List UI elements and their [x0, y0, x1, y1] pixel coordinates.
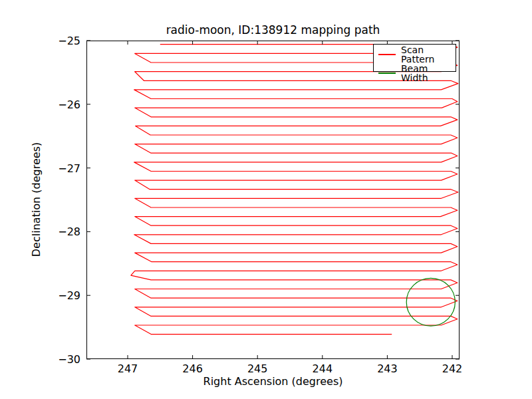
y-tick-label: −27: [58, 162, 80, 175]
y-tick-label: −25: [58, 35, 80, 47]
legend-label: Scan Pattern: [401, 45, 451, 64]
y-tick-label: −28: [58, 225, 80, 238]
x-tick-label: 247: [118, 362, 138, 375]
x-tick-label: 242: [442, 362, 463, 375]
y-tick-label: −26: [58, 98, 80, 111]
legend: Scan Pattern Beam Width: [373, 44, 456, 72]
legend-label: Beam Width: [401, 64, 451, 82]
y-axis-label: Declination (degrees): [30, 142, 43, 257]
beam-width-line-sample-icon: [378, 72, 396, 74]
x-tick-label: 245: [247, 362, 268, 375]
legend-item-beam-width: Beam Width: [378, 64, 451, 82]
figure: 247246245244243242−25−26−27−28−29−30 rad…: [0, 0, 532, 399]
chart-title: radio-moon, ID:138912 mapping path: [86, 23, 460, 37]
legend-item-scan-pattern: Scan Pattern: [378, 45, 451, 64]
x-axis-label: Right Ascension (degrees): [86, 375, 460, 388]
x-tick-label: 243: [377, 362, 398, 375]
y-tick-label: −30: [58, 353, 80, 366]
y-tick-label: −29: [58, 289, 80, 302]
x-tick-label: 244: [313, 362, 333, 375]
scan-pattern-line-sample-icon: [378, 54, 396, 55]
x-tick-label: 246: [182, 362, 203, 375]
